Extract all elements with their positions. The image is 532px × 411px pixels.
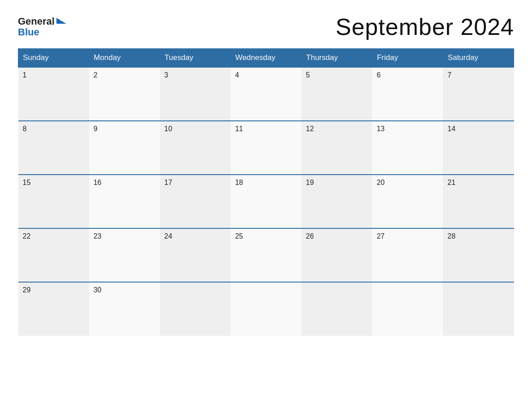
day-number: 11 [235,125,297,133]
month-title: September 2024 [336,13,515,40]
calendar-day-cell: 2 [89,67,160,121]
calendar-week-row: 1234567 [18,67,514,121]
day-number: 7 [447,71,509,79]
day-number: 21 [447,179,509,187]
day-number: 28 [447,232,509,240]
day-number: 5 [306,71,368,79]
calendar-day-cell [160,282,231,336]
day-number: 29 [23,286,85,294]
day-number: 18 [235,179,297,187]
calendar-day-cell: 29 [18,282,89,336]
day-number: 13 [377,125,438,133]
calendar-day-cell: 1 [18,67,89,121]
calendar-day-cell: 8 [18,121,89,175]
day-number: 26 [306,232,368,240]
header-sunday: Sunday [18,49,89,68]
day-number: 20 [377,179,438,187]
calendar-day-cell: 22 [18,228,89,282]
header-saturday: Saturday [443,49,514,68]
logo-blue-text: Blue [18,27,39,38]
day-number: 4 [235,71,297,79]
calendar-day-cell: 27 [372,228,443,282]
day-number: 3 [164,71,226,79]
day-number: 24 [164,232,226,240]
day-number: 2 [94,71,155,79]
day-number: 16 [94,179,155,187]
calendar-day-cell: 15 [18,175,89,228]
day-number: 19 [306,179,368,187]
day-number: 10 [164,125,226,133]
day-number: 8 [23,125,85,133]
header-wednesday: Wednesday [231,49,301,68]
calendar-table: Sunday Monday Tuesday Wednesday Thursday… [18,48,514,336]
calendar-day-cell: 3 [160,67,231,121]
calendar-day-cell: 23 [89,228,160,282]
calendar-day-cell: 20 [372,175,443,228]
logo-general-text: General [18,16,55,27]
logo: General Blue [18,16,66,38]
day-number: 1 [23,71,85,79]
day-number: 22 [23,232,85,240]
day-number: 9 [94,125,155,133]
calendar-day-cell: 30 [89,282,160,336]
calendar-day-cell: 11 [231,121,301,175]
calendar-day-cell: 10 [160,121,231,175]
calendar-day-cell: 28 [443,228,514,282]
calendar-day-cell [301,282,372,336]
calendar-day-cell: 12 [301,121,372,175]
day-number: 17 [164,179,226,187]
calendar-day-cell: 25 [231,228,301,282]
header-friday: Friday [372,49,443,68]
calendar-week-row: 15161718192021 [18,175,514,228]
calendar-day-cell: 17 [160,175,231,228]
calendar-week-row: 2930 [18,282,514,336]
calendar-day-cell: 26 [301,228,372,282]
calendar-day-cell: 6 [372,67,443,121]
calendar-day-cell [231,282,301,336]
day-number: 23 [94,232,155,240]
calendar-day-cell: 14 [443,121,514,175]
calendar-day-cell: 18 [231,175,301,228]
calendar-day-cell [372,282,443,336]
calendar-day-cell: 24 [160,228,231,282]
calendar-day-cell: 21 [443,175,514,228]
day-number: 15 [23,179,85,187]
calendar-day-cell: 13 [372,121,443,175]
calendar-week-row: 22232425262728 [18,228,514,282]
calendar-day-cell: 19 [301,175,372,228]
calendar-day-cell [443,282,514,336]
day-number: 6 [377,71,438,79]
day-number: 25 [235,232,297,240]
calendar-day-cell: 7 [443,67,514,121]
day-number: 30 [94,286,155,294]
logo-arrow-icon [56,18,66,24]
day-number: 14 [447,125,509,133]
calendar-day-cell: 16 [89,175,160,228]
calendar-day-cell: 4 [231,67,301,121]
header-thursday: Thursday [301,49,372,68]
calendar-day-cell: 9 [89,121,160,175]
calendar-week-row: 891011121314 [18,121,514,175]
weekday-header-row: Sunday Monday Tuesday Wednesday Thursday… [18,49,514,68]
calendar-day-cell: 5 [301,67,372,121]
page-header: General Blue September 2024 [18,13,514,40]
day-number: 27 [377,232,438,240]
header-monday: Monday [89,49,160,68]
day-number: 12 [306,125,368,133]
header-tuesday: Tuesday [160,49,231,68]
